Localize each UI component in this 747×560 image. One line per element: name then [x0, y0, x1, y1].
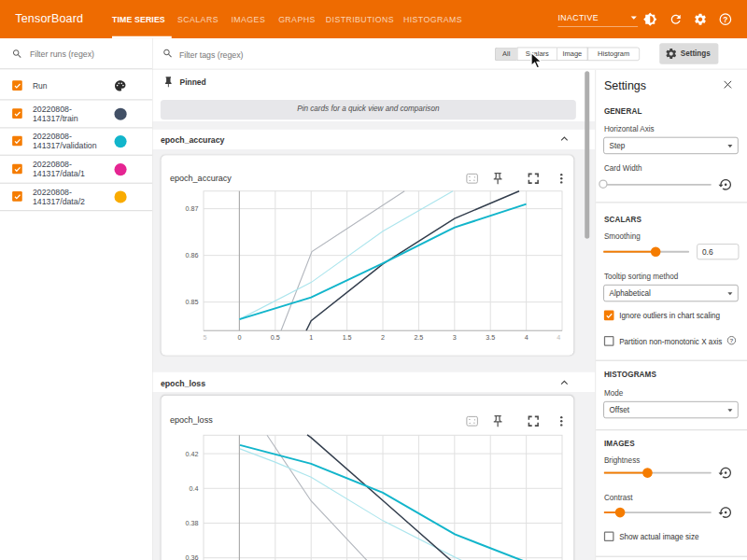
svg-text:3: 3: [453, 334, 457, 342]
svg-text:0.85: 0.85: [186, 299, 199, 306]
svg-text:0.5: 0.5: [271, 334, 280, 342]
svg-text:5: 5: [203, 334, 206, 342]
svg-text:1: 1: [309, 334, 313, 342]
svg-text:4: 4: [557, 334, 560, 342]
svg-text:?: ?: [730, 337, 734, 343]
svg-text:0.38: 0.38: [186, 520, 199, 527]
svg-text:4: 4: [525, 334, 529, 342]
svg-text:0.4: 0.4: [190, 485, 199, 493]
svg-text:3.5: 3.5: [486, 334, 495, 342]
svg-text:0.87: 0.87: [186, 205, 199, 213]
svg-text:?: ?: [723, 15, 727, 24]
svg-text:2: 2: [381, 334, 385, 342]
svg-text:1.5: 1.5: [343, 334, 352, 342]
svg-text:0.42: 0.42: [186, 451, 199, 458]
svg-text:0.36: 0.36: [186, 554, 199, 560]
svg-text:2.5: 2.5: [414, 334, 423, 342]
svg-text:0.86: 0.86: [186, 252, 199, 259]
svg-text:0: 0: [237, 334, 241, 342]
